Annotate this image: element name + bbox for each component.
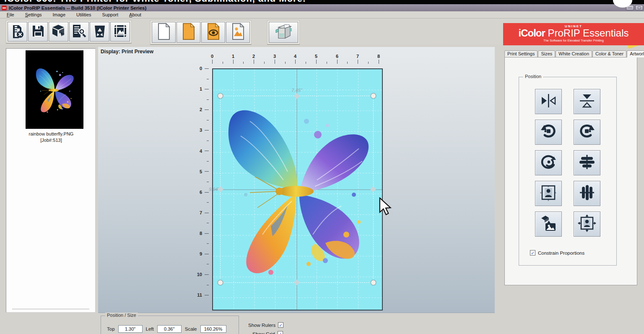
settings-tab-bar: Print Settings Sizes White Creation Colo…: [504, 50, 644, 57]
menu-support[interactable]: Support: [102, 12, 119, 17]
display-mode-label: Display: Print Preview: [101, 49, 153, 55]
brand-tagline: The Software for Elevated Transfer Print…: [503, 39, 644, 42]
rotate-right-90-button[interactable]: [574, 120, 600, 145]
h-ruler-tick-label: 8: [377, 54, 380, 59]
job-thumbnail[interactable]: [26, 50, 83, 129]
resize-handle-bottom-left[interactable]: [218, 280, 223, 285]
show-grid-row: Show Grid ✓: [252, 331, 283, 334]
center-on-page-icon: [578, 214, 596, 234]
tab-print-settings[interactable]: Print Settings: [504, 50, 538, 57]
resize-handle-top-right[interactable]: [371, 93, 376, 99]
constrain-proportions-checkbox[interactable]: ✓: [530, 250, 535, 256]
color-page-icon: [182, 23, 196, 42]
mouse-cursor: [379, 197, 393, 217]
h-ruler-tick-label: 1: [232, 54, 234, 59]
v-ruler-tick-label: 8: [194, 231, 202, 236]
left-label: Left: [146, 326, 154, 331]
svg-text:x: x: [555, 191, 556, 194]
window-title: IColor ProRIP Essentials -- Build 3510 (…: [9, 5, 146, 10]
h-ruler-tick-label: 7: [356, 54, 359, 59]
print-button[interactable]: [269, 22, 298, 43]
recycle-bin-button[interactable]: [90, 22, 109, 42]
image-page-button[interactable]: [226, 22, 250, 43]
eye-page-icon: [206, 23, 221, 42]
fit-to-page-icon: xxxx: [540, 184, 557, 203]
v-ruler-tick-label: 9: [194, 251, 202, 256]
fill-page-button[interactable]: [535, 211, 562, 237]
crop-image-button[interactable]: [110, 22, 130, 42]
h-ruler-tick-label: 5: [315, 54, 317, 59]
preview-page-button[interactable]: [201, 22, 225, 43]
rotate-180-button[interactable]: [535, 150, 562, 175]
distribute-horizontal-button[interactable]: [574, 150, 600, 175]
save-job-button[interactable]: [28, 22, 48, 42]
menu-about[interactable]: About: [129, 12, 141, 17]
title-bar: IColor ProRIP Essentials -- Build 3510 (…: [0, 4, 644, 11]
flip-vertical-icon: [579, 93, 595, 110]
h-ruler-tick-label: 4: [294, 54, 296, 59]
brand-banner: UNINET iColor ProRIP Essentials The Soft…: [503, 23, 644, 45]
menu-utilities[interactable]: Utilities: [76, 12, 91, 17]
v-ruler-ticks: [205, 68, 209, 305]
artwork-tab-panel: Position xxxx: [504, 57, 637, 285]
rotate-left-90-button[interactable]: [535, 120, 562, 145]
brand-icolor: iColor: [519, 27, 545, 39]
v-ruler-tick-label: 5: [194, 169, 202, 174]
top-input[interactable]: [118, 325, 143, 333]
menu-image[interactable]: Image: [53, 12, 66, 17]
fit-to-page-button[interactable]: xxxx: [535, 181, 562, 206]
tab-sizes[interactable]: Sizes: [538, 50, 555, 57]
position-group: Position xxxx: [519, 77, 617, 266]
position-size-group: Position / Size Top Left Scale: [101, 316, 239, 334]
brand-title: iColor ProRIP Essentials: [503, 28, 644, 38]
flip-horizontal-button[interactable]: [535, 89, 562, 114]
flip-vertical-button[interactable]: [574, 89, 600, 114]
new-blank-page-button[interactable]: [152, 22, 176, 43]
show-rulers-checkbox[interactable]: ✓: [278, 322, 283, 328]
butterfly-artwork[interactable]: [221, 96, 374, 283]
rotate-left-icon: [540, 123, 557, 141]
maximize-button[interactable]: ▢: [635, 5, 643, 10]
image-page-icon: [231, 23, 245, 42]
resize-handle-bottom-right[interactable]: [371, 280, 376, 285]
delete-job-button[interactable]: [8, 22, 27, 42]
v-ruler-tick-label: 11: [194, 292, 202, 297]
v-ruler-tick-label: 10: [194, 272, 202, 277]
h-ruler-tick-label: 0: [211, 54, 213, 59]
v-ruler-tick-label: 4: [194, 149, 202, 154]
top-label: Top: [107, 326, 115, 331]
job-panel-divider: [12, 309, 89, 309]
tab-color-toner[interactable]: Color & Toner: [592, 50, 626, 57]
tab-white-creation[interactable]: White Creation: [556, 50, 592, 57]
menu-file[interactable]: File: [7, 12, 14, 17]
rotate-180-icon: [540, 154, 557, 172]
scale-input[interactable]: [200, 325, 226, 333]
h-ruler-tick-label: 3: [273, 54, 276, 59]
fill-page-icon: [540, 215, 557, 233]
resize-handle-top-left[interactable]: [218, 93, 223, 99]
tab-artwork[interactable]: Artwork: [627, 50, 644, 57]
distribute-vertical-button[interactable]: [574, 181, 600, 206]
print-page: 7.45" 9.04": [212, 68, 383, 311]
package-job-button[interactable]: [49, 22, 68, 42]
crop-image-icon: [113, 24, 127, 40]
artwork-selection-box[interactable]: 7.45" 9.04": [220, 96, 374, 283]
left-input[interactable]: [157, 325, 182, 333]
toolbar-group-print: [267, 20, 300, 45]
delete-job-icon: [10, 24, 25, 40]
distribute-vertical-icon: [579, 184, 595, 203]
position-button-grid: xxxx: [535, 89, 600, 237]
preview-job-button[interactable]: [69, 22, 89, 42]
video-title-strip: iColor 560: The Printer for White Toner,…: [0, 0, 644, 4]
menu-settings[interactable]: Settings: [25, 12, 42, 17]
job-list-panel[interactable]: rainbow butterfly.PNG [Job#:513]: [6, 48, 96, 313]
v-ruler-tick-label: 0: [194, 66, 202, 71]
center-on-page-button[interactable]: [574, 211, 600, 237]
show-grid-checkbox[interactable]: ✓: [278, 331, 283, 334]
toolbar-group-pages: [150, 20, 252, 45]
show-rulers-label: Show Rulers: [248, 323, 275, 328]
color-page-button[interactable]: [177, 22, 200, 43]
package-icon: [52, 24, 66, 40]
app-icon: [2, 5, 7, 10]
blank-page-icon: [157, 23, 171, 42]
